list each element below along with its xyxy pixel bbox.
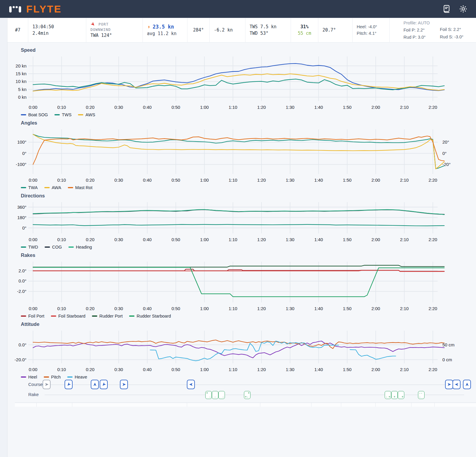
rake-event-button-1[interactable]: +-: [205, 391, 212, 399]
nav-arrow-e-icon: [447, 382, 452, 387]
legend-label: COG: [52, 245, 62, 249]
svg-text:2:20: 2:20: [428, 306, 437, 311]
course-event-button-7[interactable]: [445, 380, 453, 389]
legend-item-rudder-starboard[interactable]: Rudder Starboard: [129, 314, 171, 318]
legend-item-pitch[interactable]: Pitch: [44, 375, 61, 379]
rake-event-button-8[interactable]: ---: [418, 391, 425, 399]
heel-stat: Heel: -4.0°: [357, 24, 385, 30]
legend-swatch-icon: [21, 187, 26, 188]
table-column-divider: [72, 403, 72, 407]
rake-event-button-3[interactable]: -: [218, 391, 225, 399]
svg-text:1:10: 1:10: [228, 178, 237, 183]
legend-item-heave[interactable]: Heave: [67, 375, 87, 379]
svg-text:360°: 360°: [17, 205, 26, 210]
legend-swatch-icon: [68, 187, 73, 188]
rake-adjust-mark: +-: [245, 395, 248, 398]
table-column-divider: [375, 403, 376, 407]
legend-item-twa[interactable]: TWA: [21, 185, 38, 190]
legend-item-boat-sog[interactable]: Boat SOG: [21, 112, 48, 117]
legend-swatch-icon: [44, 187, 50, 188]
rake-event-button-5[interactable]: -+: [385, 391, 391, 399]
legend-label: AWS: [85, 112, 95, 117]
foil-starboard-stat: Foil S: 2.2°: [440, 26, 464, 33]
vmg-value: -6.2 kn: [214, 27, 241, 34]
rake-event-button-4[interactable]: ++-: [244, 391, 250, 399]
legend-label: Heading: [76, 245, 92, 249]
journal-icon[interactable]: [442, 4, 451, 13]
nav-arrow-sw-icon: [66, 382, 71, 387]
legend-item-twd[interactable]: TWD: [21, 245, 38, 249]
rake-event-button-6[interactable]: +: [391, 391, 398, 399]
svg-text:-20.0°: -20.0°: [15, 357, 26, 362]
app-page: FLYTE #7 13:04:50 2.4min: [0, 0, 476, 457]
svg-text:2:00: 2:00: [371, 306, 380, 311]
left-gutter: [0, 18, 7, 457]
legend-item-cog[interactable]: COG: [45, 245, 62, 249]
rake-adjust-mark: +: [389, 395, 390, 398]
rakes-chart-svg: 2.0°0.0°-2.0°0:000:100:200:300:400:501:0…: [7, 258, 466, 312]
bottom-table-strip: [15, 403, 476, 407]
charts-area: Speed 20 kn15 kn10 kn5 kn0 kn0:000:100:2…: [7, 43, 476, 407]
legend-item-rudder-port[interactable]: Rudder Port: [92, 314, 123, 318]
svg-text:1:10: 1:10: [228, 367, 237, 372]
course-event-button-8[interactable]: [452, 380, 461, 389]
legend-item-heel[interactable]: Heel: [21, 375, 37, 379]
legend-label: AWA: [52, 185, 61, 190]
course-event-button-2[interactable]: [65, 380, 73, 389]
svg-text:0:30: 0:30: [114, 367, 123, 372]
legend-swatch-icon: [21, 315, 26, 317]
mode-cell: PORT DOWNWIND TWA 124°: [86, 18, 143, 42]
svg-text:2:10: 2:10: [400, 178, 408, 183]
course-event-button-1[interactable]: [43, 380, 51, 389]
svg-text:0:10: 0:10: [57, 306, 66, 311]
foiling-pct: 31%: [300, 24, 309, 30]
rake-row: Rake +---++--+++---: [15, 390, 476, 400]
course-event-button-6[interactable]: [187, 380, 195, 389]
rake-adjust-mark: -: [209, 395, 211, 398]
gear-icon[interactable]: [459, 4, 468, 13]
svg-text:-2.0°: -2.0°: [17, 289, 26, 294]
svg-text:0:00: 0:00: [29, 105, 37, 110]
svg-text:0:30: 0:30: [114, 178, 123, 183]
svg-text:1:20: 1:20: [257, 237, 266, 242]
course-event-button-9[interactable]: [463, 380, 471, 389]
svg-text:1:00: 1:00: [200, 367, 209, 372]
rake-adjust-mark: +: [402, 395, 403, 398]
svg-text:1:10: 1:10: [228, 237, 237, 242]
svg-text:1:20: 1:20: [257, 178, 266, 183]
rake-event-button-7[interactable]: +: [398, 391, 404, 399]
legend-item-awa[interactable]: AWA: [44, 185, 61, 190]
svg-text:0:40: 0:40: [143, 306, 151, 311]
brand-mark-icon: [8, 4, 22, 14]
svg-text:0.0°: 0.0°: [18, 342, 26, 347]
directions-section: Directions 360°180°0°0:000:100:200:300:4…: [7, 193, 476, 249]
svg-text:2:10: 2:10: [400, 306, 408, 311]
course-event-button-4[interactable]: [100, 380, 108, 389]
legend-item-foil-starboard[interactable]: Foil Starboard: [51, 314, 85, 318]
svg-text:1:00: 1:00: [200, 105, 209, 110]
legend-item-heading[interactable]: Heading: [68, 245, 92, 249]
legend-swatch-icon: [21, 246, 26, 248]
legend-item-aws[interactable]: AWS: [78, 112, 95, 117]
svg-text:0:20: 0:20: [86, 237, 94, 242]
nav-arrow-w-icon: [189, 382, 193, 387]
svg-text:2:20: 2:20: [428, 178, 437, 183]
legend-item-tws[interactable]: TWS: [54, 112, 71, 117]
rake-adjust-mark: +: [394, 395, 395, 398]
svg-text:0:40: 0:40: [143, 105, 151, 110]
svg-text:2:10: 2:10: [400, 237, 408, 242]
legend-item-mast-rot[interactable]: Mast Rot: [68, 185, 93, 190]
svg-text:1:20: 1:20: [257, 367, 266, 372]
legend-swatch-icon: [78, 114, 83, 115]
svg-text:5 kn: 5 kn: [18, 87, 26, 92]
svg-text:10 kn: 10 kn: [15, 79, 26, 84]
svg-text:1:10: 1:10: [228, 105, 237, 110]
rake-event-button-2[interactable]: -: [212, 391, 218, 399]
svg-text:15 kn: 15 kn: [15, 71, 26, 76]
legend-item-foil-port[interactable]: Foil Port: [21, 314, 44, 318]
svg-text:2:00: 2:00: [371, 178, 380, 183]
course-event-button-5[interactable]: [120, 380, 128, 389]
course-event-button-3[interactable]: [91, 380, 99, 389]
svg-text:1:00: 1:00: [200, 178, 209, 183]
legend-swatch-icon: [92, 315, 97, 317]
